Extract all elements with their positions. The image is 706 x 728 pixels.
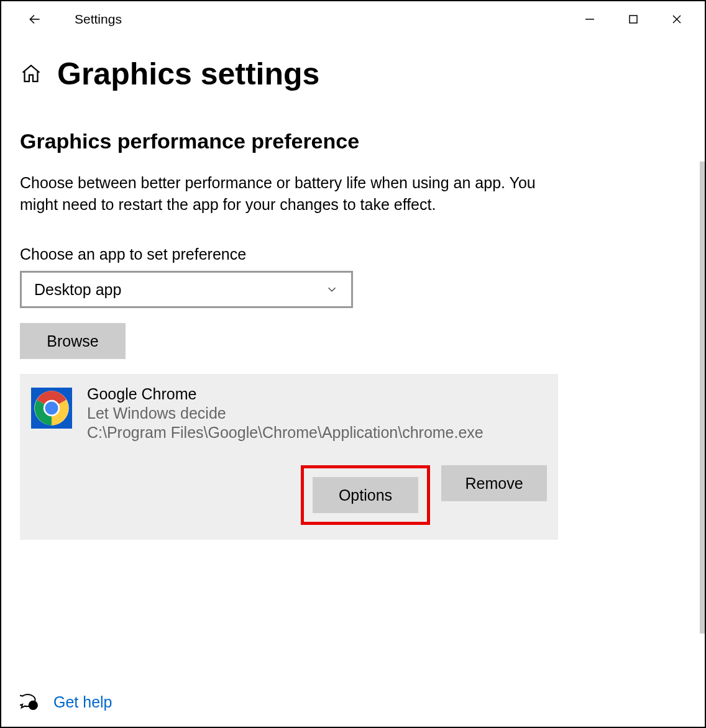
svg-rect-1 [630,16,637,23]
minimize-button[interactable] [568,4,612,34]
remove-button[interactable]: Remove [441,465,547,501]
maximize-button[interactable] [612,4,655,34]
chevron-down-icon [325,283,339,296]
close-button[interactable] [655,4,699,34]
options-button[interactable]: Options [313,477,418,513]
help-icon: ? [20,692,40,712]
app-name: Google Chrome [87,385,547,403]
titlebar: Settings [1,1,705,37]
section-title: Graphics performance preference [20,129,686,153]
svg-point-7 [45,401,58,414]
app-info: Google Chrome Let Windows decide C:\Prog… [87,385,547,442]
close-icon [671,14,682,25]
content-area: Graphics settings Graphics performance p… [1,37,705,727]
scrollbar[interactable] [700,162,705,634]
options-highlight: Options [301,465,430,525]
help-row: ? Get help [20,692,112,712]
section-description: Choose between better performance or bat… [20,172,561,216]
back-arrow-icon [27,11,43,27]
back-button[interactable] [20,4,50,34]
app-row: Google Chrome Let Windows decide C:\Prog… [31,385,547,442]
chrome-icon [31,388,72,429]
page-header: Graphics settings [20,56,686,92]
app-path: C:\Program Files\Google\Chrome\Applicati… [87,424,547,442]
choose-app-label: Choose an app to set preference [20,245,686,263]
dropdown-value: Desktop app [34,281,121,299]
minimize-icon [584,14,595,25]
window-title: Settings [75,12,568,27]
app-preference: Let Windows decide [87,404,547,422]
home-icon[interactable] [20,63,42,85]
app-type-dropdown[interactable]: Desktop app [20,271,353,308]
window-controls [568,4,699,34]
app-card: Google Chrome Let Windows decide C:\Prog… [20,374,558,540]
maximize-icon [628,14,639,25]
svg-text:?: ? [32,703,35,709]
get-help-link[interactable]: Get help [53,693,112,711]
page-title: Graphics settings [57,56,319,92]
browse-button[interactable]: Browse [20,323,126,359]
app-buttons: Options Remove [31,465,547,525]
